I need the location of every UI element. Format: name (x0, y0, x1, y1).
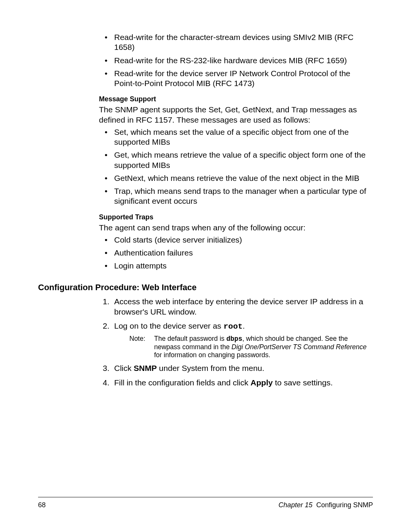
supported-traps-intro: The agent can send traps when any of the… (99, 223, 373, 233)
apply-bold: Apply (250, 378, 272, 387)
step-4-post: to save settings. (273, 378, 333, 387)
step-3-pre: Click (114, 364, 134, 372)
step-3: Click SNMP under System from the menu. (114, 363, 373, 373)
root-code: root (223, 322, 242, 331)
chapter-title: Configuring SNMP (316, 501, 373, 509)
note-post: for information on changing passwords. (154, 351, 270, 359)
list-item: GetNext, which means retrieve the value … (114, 173, 373, 183)
message-support-intro: The SNMP agent supports the Set, Get, Ge… (99, 105, 373, 125)
note-text: The default password is dbps, which shou… (154, 335, 373, 359)
note-label: Note: (129, 335, 154, 359)
config-procedure-heading: Configuration Procedure: Web Interface (38, 283, 373, 292)
top-bullet-list: Read-write for the character-stream devi… (99, 32, 373, 88)
list-item: Read-write for the RS-232-like hardware … (114, 56, 373, 66)
list-item: Trap, which means send traps to the mana… (114, 186, 373, 206)
step-4-pre: Fill in the configuration fields and cli… (114, 378, 250, 387)
list-item: Get, which means retrieve the value of a… (114, 150, 373, 170)
procedure-list: Access the web interface by entering the… (38, 296, 373, 388)
message-support-heading: Message Support (99, 95, 373, 103)
note-block: Note: The default password is dbps, whic… (129, 335, 373, 359)
list-item: Cold starts (device server initializes) (114, 235, 373, 245)
list-item: Read-write for the device server IP Netw… (114, 69, 373, 89)
note-pre: The default password is (154, 335, 226, 342)
dbps-code: dbps (226, 335, 242, 343)
step-2-pre: Log on to the device server as (114, 321, 223, 330)
chapter-italic: Chapter 15 (279, 501, 312, 509)
chapter-label: Chapter 15 Configuring SNMP (279, 501, 373, 509)
step-1: Access the web interface by entering the… (114, 296, 373, 317)
step-2: Log on to the device server as root. Not… (114, 321, 373, 359)
list-item: Read-write for the character-stream devi… (114, 32, 373, 53)
note-italic: Digi One/PortServer TS Command Reference (231, 343, 366, 351)
snmp-bold: SNMP (134, 364, 157, 372)
page-number: 68 (38, 501, 46, 509)
step-2-post: . (243, 321, 245, 330)
step-4: Fill in the configuration fields and cli… (114, 377, 373, 388)
top-block: Read-write for the character-stream devi… (99, 32, 373, 271)
page-footer: 68 Chapter 15 Configuring SNMP (38, 497, 373, 509)
list-item: Set, which means set the value of a spec… (114, 127, 373, 147)
supported-traps-list: Cold starts (device server initializes) … (99, 235, 373, 271)
page-content: Read-write for the character-stream devi… (38, 32, 373, 388)
list-item: Login attempts (114, 261, 373, 271)
step-3-post: under System from the menu. (157, 364, 264, 372)
supported-traps-heading: Supported Traps (99, 213, 373, 221)
message-support-list: Set, which means set the value of a spec… (99, 127, 373, 206)
list-item: Authentication failures (114, 248, 373, 258)
